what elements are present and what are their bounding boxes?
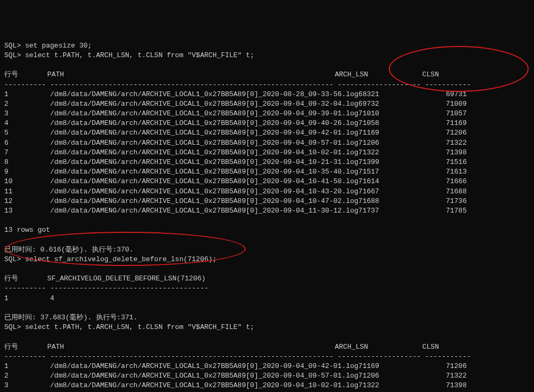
terminal-line: ---------- -----------------------------…: [4, 352, 530, 362]
terminal-line: 行号 SF_ARCHIVELOG_DELETE_BEFORE_LSN(71206…: [4, 274, 530, 284]
terminal-line: 3 /dm8/data/DAMENG/arch/ARCHIVE_LOCAL1_0…: [4, 381, 530, 390]
terminal-line: 11 /dm8/data/DAMENG/arch/ARCHIVE_LOCAL1_…: [4, 187, 530, 197]
terminal-line: [4, 216, 530, 225]
terminal-line: 已用时间: 0.616(毫秒). 执行号:370.: [4, 245, 530, 255]
terminal-line: [4, 264, 530, 274]
terminal-line: 1 /dm8/data/DAMENG/arch/ARCHIVE_LOCAL1_0…: [4, 362, 530, 371]
terminal-line: ---------- -----------------------------…: [4, 80, 530, 90]
terminal-line: [4, 303, 530, 313]
terminal-line: 3 /dm8/data/DAMENG/arch/ARCHIVE_LOCAL1_0…: [4, 109, 530, 119]
terminal-line: 1 4: [4, 294, 530, 303]
terminal-line: 2 /dm8/data/DAMENG/arch/ARCHIVE_LOCAL1_0…: [4, 99, 530, 109]
terminal-line: 7 /dm8/data/DAMENG/arch/ARCHIVE_LOCAL1_0…: [4, 148, 530, 158]
terminal-line: 1 /dm8/data/DAMENG/arch/ARCHIVE_LOCAL1_0…: [4, 90, 530, 99]
terminal-line: 9 /dm8/data/DAMENG/arch/ARCHIVE_LOCAL1_0…: [4, 167, 530, 177]
terminal-line: 行号 PATH ARCH_LSN CLSN: [4, 70, 530, 80]
terminal-line: [4, 236, 530, 245]
terminal-line: 12 /dm8/data/DAMENG/arch/ARCHIVE_LOCAL1_…: [4, 197, 530, 206]
terminal-line: 4 /dm8/data/DAMENG/arch/ARCHIVE_LOCAL1_0…: [4, 119, 530, 128]
terminal-line: 8 /dm8/data/DAMENG/arch/ARCHIVE_LOCAL1_0…: [4, 158, 530, 167]
terminal-line: [4, 332, 530, 342]
terminal-line: 13 /dm8/data/DAMENG/arch/ARCHIVE_LOCAL1_…: [4, 206, 530, 216]
terminal-line: 13 rows got: [4, 225, 530, 235]
terminal-line: SQL> select sf_archivelog_delete_before_…: [4, 255, 530, 264]
terminal-line: SQL> set pagesize 30;: [4, 41, 530, 51]
terminal-line: SQL> select t.PATH, t.ARCH_LSN, t.CLSN f…: [4, 51, 530, 60]
terminal-line: 行号 PATH ARCH_LSN CLSN: [4, 342, 530, 352]
terminal-line: 6 /dm8/data/DAMENG/arch/ARCHIVE_LOCAL1_0…: [4, 138, 530, 148]
terminal-output: SQL> set pagesize 30;SQL> select t.PATH,…: [4, 41, 530, 392]
terminal-line: SQL> select t.PATH, t.ARCH_LSN, t.CLSN f…: [4, 323, 530, 332]
terminal-line: 5 /dm8/data/DAMENG/arch/ARCHIVE_LOCAL1_0…: [4, 128, 530, 138]
terminal-line: 2 /dm8/data/DAMENG/arch/ARCHIVE_LOCAL1_0…: [4, 371, 530, 381]
terminal-line: 10 /dm8/data/DAMENG/arch/ARCHIVE_LOCAL1_…: [4, 177, 530, 186]
terminal-line: ---------- -----------------------------…: [4, 284, 530, 293]
terminal-line: [4, 60, 530, 70]
terminal-line: 已用时间: 37.683(毫秒). 执行号:371.: [4, 313, 530, 323]
